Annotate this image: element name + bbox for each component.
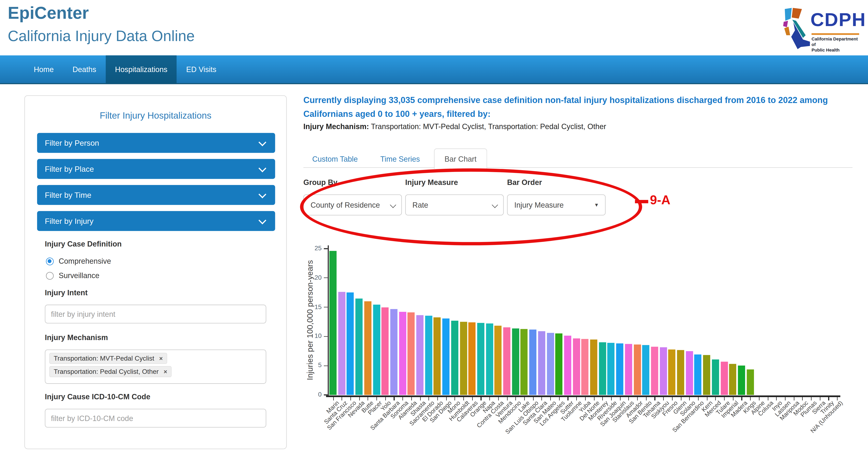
x-tick [759,396,760,400]
x-tick [385,396,386,400]
x-tick [637,396,638,400]
x-tick [576,396,577,400]
bar-Alameda[interactable] [408,312,415,395]
bar-Los Angeles[interactable] [555,334,562,395]
bar-Calaveras[interactable] [468,322,476,395]
bar-Kings[interactable] [746,369,753,395]
x-tick [785,396,785,400]
bar-Placer[interactable] [373,305,380,395]
x-tick [533,396,533,400]
bar-San Benito[interactable] [642,345,649,395]
bar-chart: Injuries per 100,000 person-years 051015… [0,0,868,451]
x-tick [463,396,464,400]
x-tick [446,396,446,400]
x-tick [541,396,542,400]
x-tick [350,396,351,400]
x-tick [602,396,603,400]
bar-El Dorado[interactable] [434,317,441,395]
x-tick [768,396,768,400]
y-tick-label: 0 [305,391,321,398]
bar-Tehama[interactable] [651,347,658,395]
bar-Contra Costa[interactable] [495,326,502,395]
bar-Yolo[interactable] [381,307,389,395]
x-tick [811,396,812,400]
bar-Riverside[interactable] [608,343,615,395]
x-tick [655,396,655,400]
x-tick [594,396,594,400]
bar-Santa Cruz[interactable] [338,292,345,395]
bar-Butte[interactable] [364,301,371,395]
x-tick [490,396,490,400]
x-tick [707,396,707,400]
bar-Santa Barbara[interactable] [390,309,397,395]
bar-Fresno[interactable] [669,349,676,395]
x-axis-line [326,395,840,397]
y-tick-label: 15 [305,303,321,310]
bar-Humboldt[interactable] [460,322,467,395]
bar-Shasta[interactable] [416,315,423,395]
x-tick [402,396,403,400]
x-tick [646,396,647,400]
x-tick [420,396,421,400]
bar-Ventura[interactable] [503,327,510,395]
x-tick [342,396,342,400]
bar-San Diego[interactable] [442,319,450,395]
x-tick [620,396,620,400]
bar-Stanislaus[interactable] [625,344,632,395]
bar-Tulare[interactable] [720,362,727,395]
x-tick [837,396,838,400]
x-tick [455,396,455,400]
x-tick [672,396,673,400]
x-tick [733,396,733,400]
bar-Sonoma[interactable] [399,312,406,395]
x-tick [611,396,612,400]
tab-bar-chart[interactable]: Bar Chart [434,148,487,169]
bar-Siskiyou[interactable] [660,348,667,395]
bar-San Joaquin[interactable] [616,343,623,395]
bar-Napa[interactable] [486,324,493,395]
bar-Marin[interactable] [330,251,337,395]
bar-Monterey[interactable] [599,342,606,395]
bar-Nevada[interactable] [355,298,363,395]
y-tick [324,365,328,366]
bar-Sutter[interactable] [564,336,571,395]
bar-Merced[interactable] [712,359,719,395]
bar-Del Norte[interactable] [590,339,597,395]
y-tick [324,307,328,307]
y-tick-label: 25 [305,245,321,251]
bar-Santa Clara[interactable] [538,331,545,395]
bar-Madera[interactable] [738,366,745,395]
bar-Glenn[interactable] [677,350,684,395]
bar-San Francisco[interactable] [347,293,354,395]
x-tick [481,396,482,400]
bar-Amador[interactable] [633,344,641,395]
bar-San Mateo[interactable] [547,333,554,395]
y-tick [324,336,328,337]
x-tick [681,396,681,400]
x-tick [376,396,377,400]
x-tick [820,396,820,400]
y-tick-label: 5 [305,362,321,368]
bar-Kern[interactable] [703,355,710,395]
bar-Yuba[interactable] [581,339,588,395]
y-tick [324,277,328,278]
bar-Imperial[interactable] [729,364,736,395]
page: EpiCenter California Injury Data Online … [0,0,868,451]
bar-Tuolumne[interactable] [573,338,580,395]
bar-Lake[interactable] [521,329,528,395]
y-tick [324,248,328,249]
bar-Mendocino[interactable] [512,328,519,395]
bar-San Luis Obispo[interactable] [529,329,536,395]
bar-San Bernardino[interactable] [694,355,702,395]
bar-Orange[interactable] [477,323,484,395]
bar-Solano[interactable] [686,351,693,395]
x-tick [776,396,777,400]
x-tick [585,396,586,400]
x-tick [802,396,803,400]
x-tick [794,396,794,400]
x-tick [715,396,716,400]
x-tick [411,396,412,400]
bar-Sacramento[interactable] [425,316,432,395]
x-tick [698,396,699,400]
bar-Mono[interactable] [451,321,458,395]
